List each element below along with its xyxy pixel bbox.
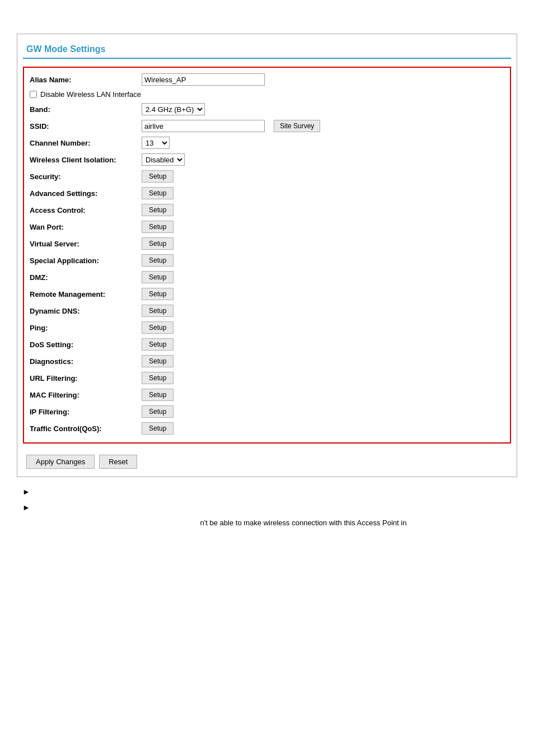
advanced-row: Advanced Settings: Setup	[30, 185, 504, 202]
wan-value-container: Setup	[142, 221, 504, 233]
dynamic-label: Dynamic DNS:	[30, 307, 142, 315]
ping-value-container: Setup	[142, 321, 504, 334]
site-survey-button[interactable]: Site Survey	[274, 120, 320, 132]
diagnostics-setup-button[interactable]: Setup	[142, 355, 174, 367]
diagnostics-label: Diagnostics:	[30, 357, 142, 366]
disable-wireless-checkbox[interactable]	[30, 91, 37, 98]
bullet-section: ► ► n't be able to make wireless connect…	[17, 487, 517, 527]
wan-label: Wan Port:	[30, 223, 142, 231]
security-label: Security:	[30, 172, 142, 181]
dos-setup-button[interactable]: Setup	[142, 338, 174, 351]
diagnostics-row: Diagnostics: Setup	[30, 353, 504, 370]
special-value-container: Setup	[142, 254, 504, 267]
panel-title: GW Mode Settings	[23, 40, 511, 59]
band-label: Band:	[30, 105, 142, 114]
advanced-value-container: Setup	[142, 187, 504, 199]
bullet-arrow-1: ►	[22, 487, 30, 496]
note-text: n't be able to make wireless connection …	[22, 519, 517, 527]
bullet-item-2: ►	[22, 503, 517, 512]
isolation-value-container: Disabled Enabled	[142, 153, 504, 166]
bottom-buttons: Apply Changes Reset	[23, 450, 511, 471]
apply-changes-button[interactable]: Apply Changes	[26, 455, 95, 469]
reset-button[interactable]: Reset	[99, 455, 137, 469]
virtual-row: Virtual Server: Setup	[30, 235, 504, 252]
dmz-label: DMZ:	[30, 273, 142, 282]
channel-row: Channel Number: 1234 5678 9101112 13	[30, 134, 504, 151]
dynamic-row: Dynamic DNS: Setup	[30, 302, 504, 319]
channel-value-container: 1234 5678 9101112 13	[142, 137, 504, 149]
ip-setup-button[interactable]: Setup	[142, 405, 174, 418]
url-value-container: Setup	[142, 372, 504, 384]
mac-value-container: Setup	[142, 389, 504, 401]
wan-row: Wan Port: Setup	[30, 218, 504, 235]
advanced-label: Advanced Settings:	[30, 189, 142, 198]
band-row: Band: 2.4 GHz (B+G) 2.4 GHz (B) 2.4 GHz …	[30, 101, 504, 118]
security-value-container: Setup	[142, 170, 504, 183]
ssid-label: SSID:	[30, 122, 142, 130]
special-row: Special Application: Setup	[30, 252, 504, 269]
disable-wireless-label: Disable Wireless LAN Interface	[40, 90, 141, 99]
isolation-label: Wireless Client Isolation:	[30, 156, 142, 164]
ssid-value-container: Site Survey	[142, 120, 504, 132]
ping-row: Ping: Setup	[30, 319, 504, 336]
dynamic-setup-button[interactable]: Setup	[142, 305, 174, 317]
alias-label: Alias Name:	[30, 76, 142, 84]
alias-row: Alias Name:	[30, 71, 504, 88]
disable-wireless-row: Disable Wireless LAN Interface	[30, 88, 504, 101]
url-row: URL Filtering: Setup	[30, 370, 504, 386]
channel-select[interactable]: 1234 5678 9101112 13	[142, 137, 170, 149]
mac-setup-button[interactable]: Setup	[142, 389, 174, 401]
special-label: Special Application:	[30, 256, 142, 265]
diagnostics-value-container: Setup	[142, 355, 504, 367]
special-setup-button[interactable]: Setup	[142, 254, 174, 267]
dos-value-container: Setup	[142, 338, 504, 351]
wan-setup-button[interactable]: Setup	[142, 221, 174, 233]
ssid-row: SSID: Site Survey	[30, 118, 504, 134]
access-label: Access Control:	[30, 206, 142, 214]
ping-label: Ping:	[30, 324, 142, 332]
band-value-container: 2.4 GHz (B+G) 2.4 GHz (B) 2.4 GHz (G) 5 …	[142, 103, 504, 115]
isolation-row: Wireless Client Isolation: Disabled Enab…	[30, 151, 504, 168]
inner-panel: Alias Name: Disable Wireless LAN Interfa…	[23, 67, 511, 444]
dmz-value-container: Setup	[142, 271, 504, 283]
bullet-arrow-2: ►	[22, 503, 30, 512]
ssid-input[interactable]	[142, 120, 265, 132]
url-label: URL Filtering:	[30, 374, 142, 382]
dmz-setup-button[interactable]: Setup	[142, 271, 174, 283]
dynamic-value-container: Setup	[142, 305, 504, 317]
traffic-value-container: Setup	[142, 422, 504, 435]
security-setup-button[interactable]: Setup	[142, 170, 174, 183]
traffic-row: Traffic Control(QoS): Setup	[30, 420, 504, 437]
remote-value-container: Setup	[142, 288, 504, 300]
remote-label: Remote Management:	[30, 290, 142, 298]
traffic-setup-button[interactable]: Setup	[142, 422, 174, 435]
security-row: Security: Setup	[30, 168, 504, 185]
page-wrapper: GW Mode Settings Alias Name: Disable Wir…	[0, 0, 534, 549]
band-select[interactable]: 2.4 GHz (B+G) 2.4 GHz (B) 2.4 GHz (G) 5 …	[142, 103, 205, 115]
access-row: Access Control: Setup	[30, 202, 504, 218]
virtual-label: Virtual Server:	[30, 240, 142, 248]
dos-label: DoS Setting:	[30, 340, 142, 349]
url-setup-button[interactable]: Setup	[142, 372, 174, 384]
alias-value-container	[142, 73, 504, 86]
ping-setup-button[interactable]: Setup	[142, 321, 174, 334]
advanced-setup-button[interactable]: Setup	[142, 187, 174, 199]
mac-row: MAC Filtering: Setup	[30, 386, 504, 403]
isolation-select[interactable]: Disabled Enabled	[142, 153, 185, 166]
virtual-value-container: Setup	[142, 237, 504, 250]
remote-row: Remote Management: Setup	[30, 286, 504, 302]
mac-label: MAC Filtering:	[30, 391, 142, 399]
access-setup-button[interactable]: Setup	[142, 204, 174, 216]
dos-row: DoS Setting: Setup	[30, 336, 504, 353]
alias-input[interactable]	[142, 73, 265, 86]
ip-label: IP Filtering:	[30, 408, 142, 416]
virtual-setup-button[interactable]: Setup	[142, 237, 174, 250]
outer-panel: GW Mode Settings Alias Name: Disable Wir…	[17, 34, 517, 477]
dmz-row: DMZ: Setup	[30, 269, 504, 286]
channel-label: Channel Number:	[30, 139, 142, 147]
remote-setup-button[interactable]: Setup	[142, 288, 174, 300]
ip-row: IP Filtering: Setup	[30, 403, 504, 420]
access-value-container: Setup	[142, 204, 504, 216]
traffic-label: Traffic Control(QoS):	[30, 424, 142, 433]
bullet-item-1: ►	[22, 487, 517, 496]
